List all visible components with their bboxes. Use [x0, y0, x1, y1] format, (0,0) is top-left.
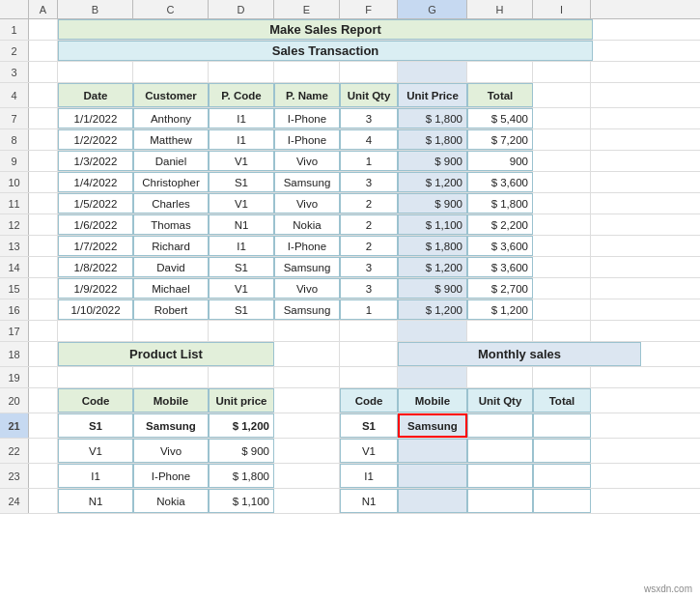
ms-qty-2[interactable] — [467, 464, 533, 488]
tx-customer[interactable]: Charles — [133, 193, 209, 214]
tx-pname[interactable]: I-Phone — [274, 108, 340, 128]
tx-qty[interactable]: 2 — [340, 193, 398, 214]
tx-price[interactable]: $ 1,200 — [398, 299, 467, 320]
tx-date[interactable]: 1/9/2022 — [58, 278, 133, 299]
tx-total[interactable]: $ 3,600 — [467, 172, 533, 192]
cell-b3[interactable] — [58, 62, 133, 82]
tx-price[interactable]: $ 1,200 — [398, 172, 467, 192]
tx-qty[interactable]: 4 — [340, 129, 398, 150]
tx-pcode[interactable]: N1 — [209, 214, 274, 235]
tx-qty[interactable]: 3 — [340, 172, 398, 192]
ms-code-2[interactable]: I1 — [340, 464, 398, 488]
col-header-c[interactable]: C — [133, 0, 209, 18]
tx-pname[interactable]: I-Phone — [274, 236, 340, 256]
tx-price[interactable]: $ 1,200 — [398, 257, 467, 277]
tx-date[interactable]: 1/10/2022 — [58, 299, 133, 320]
tx-customer[interactable]: Matthew — [133, 129, 209, 150]
ms-mobile-0[interactable]: Samsung — [398, 413, 467, 438]
tx-pname[interactable]: Samsung — [274, 172, 340, 192]
tx-date[interactable]: 1/7/2022 — [58, 236, 133, 256]
tx-price[interactable]: $ 1,100 — [398, 214, 467, 235]
tx-date[interactable]: 1/2/2022 — [58, 129, 133, 150]
pl-code-2[interactable]: I1 — [58, 464, 133, 488]
pl-code-1[interactable]: V1 — [58, 439, 133, 463]
tx-customer[interactable]: Robert — [133, 299, 209, 320]
ms-qty-0[interactable] — [467, 413, 533, 438]
tx-qty[interactable]: 2 — [340, 236, 398, 256]
tx-customer[interactable]: Anthony — [133, 108, 209, 128]
tx-date[interactable]: 1/4/2022 — [58, 172, 133, 192]
tx-customer[interactable]: Richard — [133, 236, 209, 256]
pl-code-3[interactable]: N1 — [58, 489, 133, 513]
tx-customer[interactable]: Daniel — [133, 151, 209, 171]
cell-i4[interactable] — [533, 83, 591, 107]
tx-customer[interactable]: Christopher — [133, 172, 209, 192]
tx-price[interactable]: $ 900 — [398, 193, 467, 214]
pl-mobile-2[interactable]: I-Phone — [133, 464, 209, 488]
tx-price[interactable]: $ 900 — [398, 151, 467, 171]
tx-total[interactable]: $ 3,600 — [467, 236, 533, 256]
pl-price-0[interactable]: $ 1,200 — [209, 413, 274, 438]
col-header-b[interactable]: B — [58, 0, 133, 18]
cell-a1[interactable] — [29, 19, 58, 40]
ms-code-1[interactable]: V1 — [340, 439, 398, 463]
pl-price-2[interactable]: $ 1,800 — [209, 464, 274, 488]
tx-qty[interactable]: 2 — [340, 214, 398, 235]
cell-h3[interactable] — [467, 62, 533, 82]
cell-a3[interactable] — [29, 62, 58, 82]
tx-qty[interactable]: 3 — [340, 108, 398, 128]
pl-price-3[interactable]: $ 1,100 — [209, 489, 274, 513]
tx-pname[interactable]: Samsung — [274, 257, 340, 277]
tx-pcode[interactable]: S1 — [209, 257, 274, 277]
tx-total[interactable]: $ 5,400 — [467, 108, 533, 128]
ms-code-3[interactable]: N1 — [340, 489, 398, 513]
tx-date[interactable]: 1/8/2022 — [58, 257, 133, 277]
ms-code-0[interactable]: S1 — [340, 413, 398, 438]
cell-f3[interactable] — [340, 62, 398, 82]
ms-mobile-3[interactable] — [398, 489, 467, 513]
tx-date[interactable]: 1/1/2022 — [58, 108, 133, 128]
tx-date[interactable]: 1/3/2022 — [58, 151, 133, 171]
pl-mobile-3[interactable]: Nokia — [133, 489, 209, 513]
tx-price[interactable]: $ 1,800 — [398, 108, 467, 128]
tx-date[interactable]: 1/5/2022 — [58, 193, 133, 214]
tx-pname[interactable]: Vivo — [274, 193, 340, 214]
col-header-a[interactable]: A — [29, 0, 58, 18]
col-header-g[interactable]: G — [398, 0, 467, 18]
tx-total[interactable]: $ 1,800 — [467, 193, 533, 214]
tx-price[interactable]: $ 1,800 — [398, 129, 467, 150]
col-header-h[interactable]: H — [467, 0, 533, 18]
cell-e3[interactable] — [274, 62, 340, 82]
tx-pname[interactable]: Nokia — [274, 214, 340, 235]
tx-pcode[interactable]: S1 — [209, 172, 274, 192]
tx-pname[interactable]: Samsung — [274, 299, 340, 320]
pl-mobile-0[interactable]: Samsung — [133, 413, 209, 438]
ms-qty-1[interactable] — [467, 439, 533, 463]
ms-total-1[interactable] — [533, 439, 591, 463]
tx-price[interactable]: $ 1,800 — [398, 236, 467, 256]
cell-a4[interactable] — [29, 83, 58, 107]
tx-qty[interactable]: 1 — [340, 151, 398, 171]
tx-pcode[interactable]: I1 — [209, 108, 274, 128]
cell-a2[interactable] — [29, 41, 58, 61]
cell-i3[interactable] — [533, 62, 591, 82]
col-header-f[interactable]: F — [340, 0, 398, 18]
ms-total-3[interactable] — [533, 489, 591, 513]
col-header-d[interactable]: D — [209, 0, 274, 18]
col-header-i[interactable]: I — [533, 0, 591, 18]
ms-qty-3[interactable] — [467, 489, 533, 513]
tx-pcode[interactable]: I1 — [209, 129, 274, 150]
tx-pcode[interactable]: V1 — [209, 278, 274, 299]
tx-pcode[interactable]: V1 — [209, 193, 274, 214]
ms-total-0[interactable] — [533, 413, 591, 438]
tx-pcode[interactable]: S1 — [209, 299, 274, 320]
tx-total[interactable]: $ 3,600 — [467, 257, 533, 277]
tx-pname[interactable]: Vivo — [274, 151, 340, 171]
tx-qty[interactable]: 3 — [340, 257, 398, 277]
tx-pcode[interactable]: I1 — [209, 236, 274, 256]
pl-mobile-1[interactable]: Vivo — [133, 439, 209, 463]
tx-total[interactable]: $ 1,200 — [467, 299, 533, 320]
pl-price-1[interactable]: $ 900 — [209, 439, 274, 463]
tx-total[interactable]: $ 2,700 — [467, 278, 533, 299]
tx-total[interactable]: 900 — [467, 151, 533, 171]
